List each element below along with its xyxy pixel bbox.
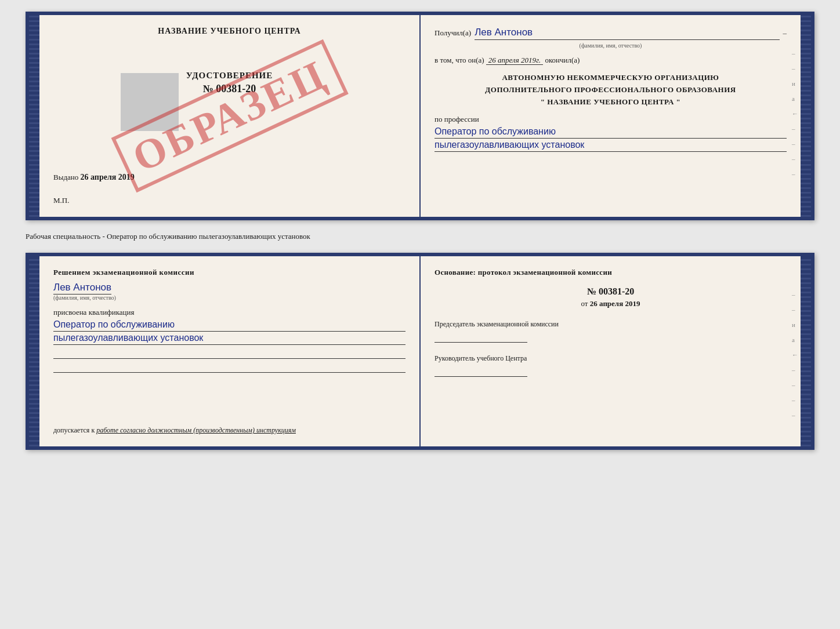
right-side-decoration: – – и а ← – – – – <box>792 50 798 177</box>
ot-date-row: от 26 апреля 2019 <box>435 299 787 308</box>
udostoverenie-block: УДОСТОВЕРЕНИЕ № 00381-20 <box>53 71 405 95</box>
side-char-arrow: ← <box>792 110 798 117</box>
bottom-recipient-name: Лев Антонов <box>53 282 111 294</box>
bottom-right-side-decoration: – – и а ← – – – – <box>792 291 798 419</box>
rukovoditel-label: Руководитель учебного Центра <box>435 354 787 363</box>
br-side-dash-6: – <box>792 412 798 419</box>
po-professii-label: по профессии <box>435 115 787 124</box>
recipient-name: Лев Антонов <box>475 27 779 40</box>
bottom-certificate-book: Решением экзаменационной комиссии Лев Ан… <box>26 253 814 450</box>
bottom-book-spine-left <box>29 256 39 446</box>
book-spine-right <box>801 15 811 217</box>
side-char-i: и <box>792 80 798 87</box>
fio-hint: (фамилия, имя, отчество) <box>435 42 787 49</box>
completion-date: 26 апреля 2019г. <box>486 56 543 65</box>
cert-right-page: Получил(а) Лев Антонов – (фамилия, имя, … <box>421 15 801 217</box>
predsedatel-block: Председатель экзаменационной комиссии <box>435 320 787 343</box>
dopuskaetsya-block: допускается к работе согласно должностны… <box>53 426 405 435</box>
specialty-separator: Рабочая специальность - Оператор по обсл… <box>26 232 814 241</box>
photo-placeholder <box>121 73 179 131</box>
signature-line-2 <box>53 361 405 373</box>
side-dash-2: – <box>792 65 798 72</box>
poluchil-label: Получил(а) <box>435 28 471 38</box>
br-side-char-arrow: ← <box>792 351 798 358</box>
predsedatel-signature-line <box>435 331 527 343</box>
side-dash-3: – <box>792 125 798 132</box>
br-side-dash-5: – <box>792 397 798 403</box>
bottom-left-page: Решением экзаменационной комиссии Лев Ан… <box>39 256 421 446</box>
vydano-date: 26 апреля 2019 <box>81 173 135 181</box>
side-char-a: а <box>792 95 798 102</box>
side-dash-4: – <box>792 140 798 147</box>
org-line3: " НАЗВАНИЕ УЧЕБНОГО ЦЕНТРА " <box>435 96 787 108</box>
bottom-book-spine-right <box>801 256 811 446</box>
predsedatel-label: Председатель экзаменационной комиссии <box>435 320 787 329</box>
org-block: АВТОНОМНУЮ НЕКОММЕРЧЕСКУЮ ОРГАНИЗАЦИЮ ДО… <box>435 72 787 108</box>
udostoverenie-number: № 00381-20 <box>53 83 405 95</box>
org-line1: АВТОНОМНУЮ НЕКОММЕРЧЕСКУЮ ОРГАНИЗАЦИЮ <box>435 72 787 84</box>
side-dash-6: – <box>792 170 798 177</box>
br-side-dash-1: – <box>792 291 798 298</box>
vtom-row: в том, что он(а) 26 апреля 2019г. окончи… <box>435 56 787 65</box>
prisvoena-label: присвоена квалификация <box>53 308 405 317</box>
dopuskaetsya-label: допускается к <box>53 426 95 434</box>
br-side-dash-3: – <box>792 366 798 373</box>
side-dash-5: – <box>792 155 798 162</box>
cert-title: НАЗВАНИЕ УЧЕБНОГО ЦЕНТРА <box>53 27 405 36</box>
br-side-dash-4: – <box>792 381 798 388</box>
bottom-fio-hint: (фамилия, имя, отчество) <box>53 294 169 301</box>
org-line2: ДОПОЛНИТЕЛЬНОГО ПРОФЕССИОНАЛЬНОГО ОБРАЗО… <box>435 84 787 96</box>
br-side-char-a: а <box>792 336 798 343</box>
book-spine-left <box>29 15 39 217</box>
br-side-dash-2: – <box>792 306 798 313</box>
qualification-line1: Оператор по обслуживанию <box>53 319 405 332</box>
profession-line1: Оператор по обслуживанию <box>435 126 787 139</box>
vydano-label: Выдано <box>53 173 78 181</box>
vydano-line: Выдано 26 апреля 2019 <box>53 173 135 182</box>
rukovoditel-block: Руководитель учебного Центра <box>435 354 787 377</box>
udostoverenie-label: УДОСТОВЕРЕНИЕ <box>53 71 405 81</box>
ot-date-value: 26 апреля 2019 <box>590 299 640 308</box>
cert-left-page: НАЗВАНИЕ УЧЕБНОГО ЦЕНТРА УДОСТОВЕРЕНИЕ №… <box>39 15 421 217</box>
side-dash-1: – <box>792 50 798 57</box>
top-certificate-book: НАЗВАНИЕ УЧЕБНОГО ЦЕНТРА УДОСТОВЕРЕНИЕ №… <box>26 12 814 220</box>
ot-label: от <box>581 299 588 308</box>
signature-line-1 <box>53 347 405 359</box>
bottom-name-row: Лев Антонов <box>53 282 405 293</box>
osnovanie-label: Основание: протокол экзаменационной коми… <box>435 268 787 277</box>
mp-line: М.П. <box>53 196 69 205</box>
bottom-right-page: Основание: протокол экзаменационной коми… <box>421 256 801 446</box>
qualification-line2: пылегазоулавливающих установок <box>53 333 405 345</box>
resheniem-label: Решением экзаменационной комиссии <box>53 268 405 277</box>
dash-after-name: – <box>783 28 787 38</box>
rukovoditel-signature-line <box>435 365 527 377</box>
profession-line2: пылегазоулавливающих установок <box>435 140 787 152</box>
poluchil-row: Получил(а) Лев Антонов – <box>435 27 787 40</box>
dopuskaetsya-text: работе согласно должностным (производств… <box>96 426 296 434</box>
protocol-number: № 00381-20 <box>435 286 787 297</box>
document-container: НАЗВАНИЕ УЧЕБНОГО ЦЕНТРА УДОСТОВЕРЕНИЕ №… <box>26 12 814 450</box>
vtom-label: в том, что он(а) <box>435 56 484 64</box>
br-side-char-i: и <box>792 321 798 328</box>
okonchil-label: окончил(а) <box>545 56 580 64</box>
